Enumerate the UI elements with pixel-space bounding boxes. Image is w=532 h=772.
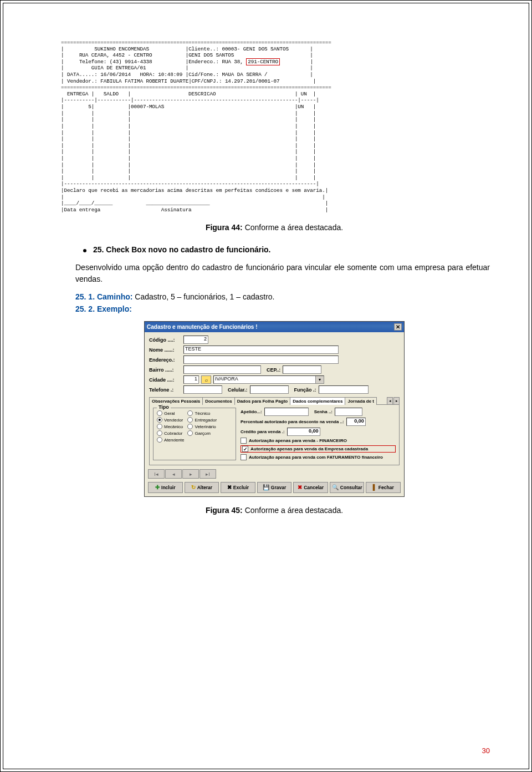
label-codigo: Código ....: <box>149 337 181 343</box>
credito-input[interactable]: 0,00 <box>287 428 320 436</box>
tab-scroll-right-icon[interactable]: ▸ <box>393 397 400 405</box>
radio-entregador[interactable] <box>187 417 193 423</box>
receipt-figure: ========================================… <box>61 39 490 213</box>
plus-icon: ✚ <box>155 485 160 490</box>
radio-garcom[interactable] <box>187 430 193 436</box>
nome-input[interactable]: TESTE <box>183 346 339 354</box>
dialog-title: Cadastro e manutenção de Funcionários ! <box>147 324 257 330</box>
fechar-button[interactable]: ▌Fechar <box>366 482 401 493</box>
checkbox-empresa[interactable] <box>242 446 248 452</box>
label-bairro: Bairro .....: <box>149 367 181 373</box>
cancelar-button[interactable]: ✖Cancelar <box>293 482 328 493</box>
cancel-icon: ✖ <box>298 485 302 490</box>
apelido-input[interactable] <box>264 408 309 416</box>
checkbox-financeiro[interactable] <box>241 438 247 444</box>
senha-input[interactable] <box>335 408 362 416</box>
label-credito: Crédito para venda .: <box>241 429 285 434</box>
label-apelido: Apelido...: <box>241 409 262 414</box>
telefone-input[interactable] <box>183 385 222 394</box>
label-percentual: Percentual autorizado para desconto na v… <box>241 419 344 424</box>
tab-folha[interactable]: Dados para Folha Pagto <box>234 397 291 405</box>
button-bar: ✚Incluir ↻Alterar ✖Excluir 💾Gravar ✖Canc… <box>145 480 404 496</box>
checkbox-faturamento[interactable] <box>241 454 247 460</box>
nav-prev-button[interactable]: ◂ <box>165 469 182 479</box>
label-telefone: Telefone .: <box>149 387 181 393</box>
bullet-heading: 25. Check Box novo no cadastro de funcio… <box>75 245 490 254</box>
page-number: 30 <box>482 746 490 755</box>
tab-documentos[interactable]: Documentos <box>202 397 234 405</box>
label-nome: Nome ......: <box>149 347 181 353</box>
label-endereco: Endereço.: <box>149 357 181 363</box>
caminho-line: 25. 1. Caminho: Cadastro, 5 – funcionári… <box>75 292 490 301</box>
body-text: 25. Check Box novo no cadastro de funcio… <box>75 245 490 313</box>
tab-dados-complementares[interactable]: Dados complementares <box>290 397 345 405</box>
door-icon: ▌ <box>373 485 377 490</box>
highlighted-checkbox-row: Autorização apenas para venda da Empresa… <box>241 445 396 453</box>
paragraph: Desenvolvido uma opção dentro do cadastr… <box>75 262 490 285</box>
bullet-icon <box>83 249 86 252</box>
radio-vendedor[interactable] <box>157 417 162 423</box>
excluir-button[interactable]: ✖Excluir <box>221 482 255 493</box>
cep-input[interactable] <box>283 365 321 374</box>
celular-input[interactable] <box>250 385 289 394</box>
cidade-combo[interactable]: IVAIPORA <box>213 375 324 384</box>
dialog-window: Cadastro e manutenção de Funcionários ! … <box>144 321 405 497</box>
nav-next-button[interactable]: ▸ <box>182 469 199 479</box>
save-icon: 💾 <box>263 485 269 490</box>
titlebar: Cadastro e manutenção de Funcionários ! … <box>145 322 404 332</box>
bairro-input[interactable] <box>183 365 261 374</box>
tab-bar: Observações Pessoais Documentos Dados pa… <box>149 397 400 405</box>
tipo-legend: Tipo <box>157 404 171 410</box>
codigo-input[interactable]: 2 <box>183 336 208 344</box>
percentual-input[interactable]: 0,00 <box>346 418 366 426</box>
search-icon: 🔍 <box>332 485 339 490</box>
document-page: { "figure44": { "caption_prefix": "Figur… <box>0 0 532 772</box>
nav-bar: I◂ ◂ ▸ ▸I <box>145 468 404 480</box>
figure-44-caption: Figura 44: Conforme a área destacada. <box>59 223 490 232</box>
tab-jornada[interactable]: Jornada de t <box>345 397 377 405</box>
radio-veterinario[interactable] <box>187 424 193 429</box>
label-senha: Senha ..: <box>314 409 332 414</box>
figure-45-caption: Figura 45: Conforme a área destacada. <box>59 506 490 515</box>
label-cidade: Cidade ....: <box>149 377 181 383</box>
cidade-num-input[interactable]: 1 <box>183 375 199 384</box>
incluir-button[interactable]: ✚Incluir <box>148 482 183 493</box>
funcao-input[interactable] <box>319 385 369 394</box>
highlighted-address: 291-CENTRO <box>246 58 280 65</box>
label-funcao: Função .: <box>294 387 316 393</box>
nav-first-button[interactable]: I◂ <box>148 469 165 479</box>
radio-tecnico[interactable] <box>187 410 193 416</box>
refresh-icon: ↻ <box>191 485 196 490</box>
consultar-button[interactable]: 🔍Consultar <box>330 482 365 493</box>
radio-atendente[interactable] <box>157 437 162 443</box>
exemplo-line: 25. 2. Exemplo: <box>75 304 490 313</box>
tab-body: Tipo Geral Vendedor Mecânico Cobrador At… <box>149 404 400 465</box>
search-cidade-button[interactable]: ⌕ <box>201 375 211 384</box>
endereco-input[interactable] <box>183 355 339 364</box>
alterar-button[interactable]: ↻Alterar <box>185 482 219 493</box>
radio-geral[interactable] <box>157 410 162 416</box>
delete-icon: ✖ <box>227 485 232 490</box>
close-icon[interactable]: ✕ <box>394 323 402 331</box>
radio-mecanico[interactable] <box>157 424 162 429</box>
label-cep: CEP..: <box>267 367 280 373</box>
tab-observacoes[interactable]: Observações Pessoais <box>149 397 203 405</box>
label-celular: Celular.: <box>228 387 248 393</box>
nav-last-button[interactable]: ▸I <box>200 469 216 479</box>
tipo-groupbox: Tipo Geral Vendedor Mecânico Cobrador At… <box>153 408 236 460</box>
gravar-button[interactable]: 💾Gravar <box>257 482 292 493</box>
tab-scroll-left-icon[interactable]: ◂ <box>387 397 393 405</box>
radio-cobrador[interactable] <box>157 430 162 436</box>
